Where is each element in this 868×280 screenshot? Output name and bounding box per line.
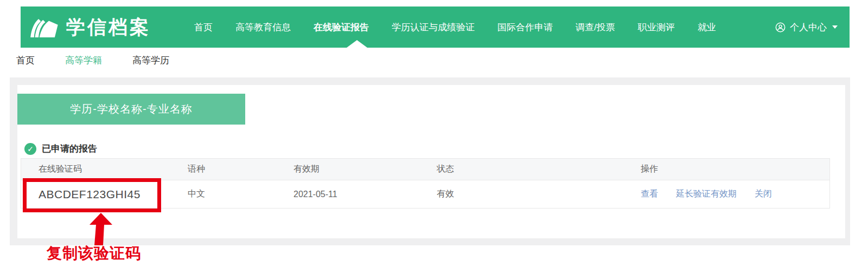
degree-banner-title: 学历-学校名称-专业名称 <box>70 102 192 116</box>
applied-reports-label: 已申请的报告 <box>42 142 97 155</box>
close-report-link[interactable]: 关闭 <box>755 188 772 200</box>
row-actions: 查看 延长验证有效期 关闭 <box>641 188 829 200</box>
table-header-row: 在线验证码 语种 有效期 状态 操作 <box>21 159 829 180</box>
col-header-language: 语种 <box>188 164 293 175</box>
nav-item-credential-authentication[interactable]: 学历认证与成绩验证 <box>392 21 475 34</box>
col-header-valid-until: 有效期 <box>293 164 437 175</box>
user-avatar-icon <box>775 22 786 32</box>
annotation-arrow-up-icon <box>90 213 113 245</box>
top-nav-menu: 首页 高等教育信息 在线验证报告 学历认证与成绩验证 国际合作申请 调查/投票 … <box>194 21 716 34</box>
top-navbar: 学信档案 首页 高等教育信息 在线验证报告 学历认证与成绩验证 国际合作申请 调… <box>21 6 850 48</box>
language-value: 中文 <box>188 188 293 200</box>
extend-validity-link[interactable]: 延长验证有效期 <box>676 188 737 200</box>
degree-banner: 学历-学校名称-专业名称 <box>17 94 245 125</box>
nav-item-employment[interactable]: 就业 <box>698 21 716 34</box>
site-logo[interactable]: 学信档案 <box>28 14 151 40</box>
subnav-item-home[interactable]: 首页 <box>16 54 35 67</box>
nav-item-international-cooperation[interactable]: 国际合作申请 <box>497 21 553 34</box>
subnav-item-higher-degree[interactable]: 高等学历 <box>132 54 169 67</box>
applied-reports-section-title: ✓ 已申请的报告 <box>24 142 97 155</box>
secondary-nav: 首页 高等学籍 高等学历 <box>16 54 169 67</box>
subnav-item-higher-enrollment[interactable]: 高等学籍 <box>65 54 102 67</box>
valid-until-value: 2021-05-11 <box>293 190 437 199</box>
site-logo-text: 学信档案 <box>66 15 151 40</box>
annotation-highlight-box <box>23 178 161 212</box>
chevron-down-icon <box>832 25 838 29</box>
check-circle-icon: ✓ <box>24 143 36 155</box>
view-report-link[interactable]: 查看 <box>641 188 658 200</box>
col-header-actions: 操作 <box>641 164 829 175</box>
nav-item-survey-vote[interactable]: 调查/投票 <box>576 21 615 34</box>
annotation-copy-code-label: 复制该验证码 <box>47 243 141 264</box>
page: 学信档案 首页 高等教育信息 在线验证报告 学历认证与成绩验证 国际合作申请 调… <box>0 0 868 280</box>
stacked-pages-logo-icon <box>28 14 60 40</box>
nav-item-home[interactable]: 首页 <box>194 21 213 34</box>
col-header-status: 状态 <box>437 164 641 175</box>
nav-item-higher-education-info[interactable]: 高等教育信息 <box>235 21 291 34</box>
col-header-verification-code: 在线验证码 <box>21 164 188 175</box>
account-menu[interactable]: 个人中心 <box>775 21 838 34</box>
status-value: 有效 <box>437 188 641 200</box>
nav-item-career-assessment[interactable]: 职业测评 <box>638 21 675 34</box>
active-tab-notch <box>347 40 367 48</box>
nav-item-online-verification-report[interactable]: 在线验证报告 <box>314 21 369 34</box>
account-menu-label: 个人中心 <box>790 21 827 34</box>
